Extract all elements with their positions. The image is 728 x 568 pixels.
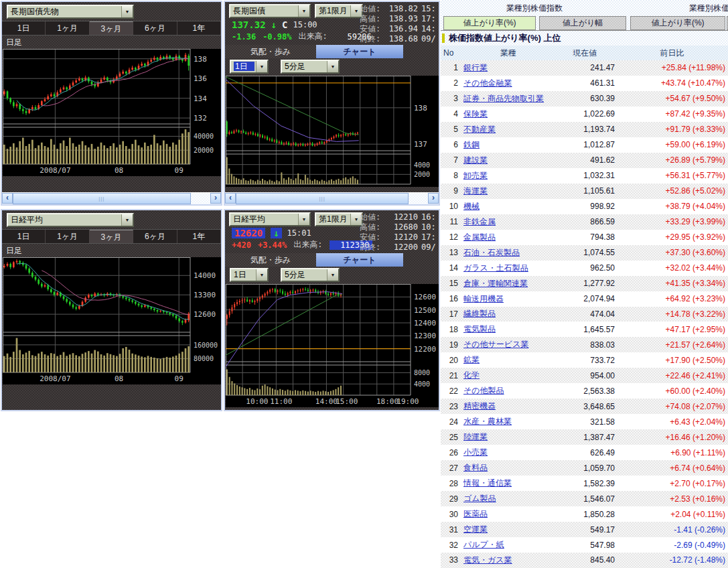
chart-hscrollbar[interactable]: ‹ ||| › <box>2 192 221 204</box>
sector-link[interactable]: 卸売業 <box>463 170 553 182</box>
chevron-down-icon[interactable]: ▼ <box>256 61 267 72</box>
sector-link[interactable]: ゴム製品 <box>463 493 553 504</box>
interval-select[interactable]: 5分足 ▼ <box>281 268 340 282</box>
period-tab-1年[interactable]: 1年 <box>177 21 221 35</box>
period-tab-3ヶ月[interactable]: 3ヶ月 <box>90 21 133 35</box>
contract-month-select[interactable]: 第1限月 ▼ <box>315 212 363 226</box>
symbol-select[interactable]: 日経平均 ▼ <box>7 213 134 227</box>
table-row: 7建設業491.62+26.89 (+5.79%) <box>441 153 728 168</box>
sector-link[interactable]: 証券・商品先物取引業 <box>463 93 553 104</box>
row-rank: 4 <box>441 109 458 119</box>
table-row: 14ガラス・土石製品962.50+32.02 (+3.44%) <box>441 261 728 276</box>
sector-link[interactable]: 情報・通信業 <box>463 478 553 489</box>
period-tab-1ヶ月[interactable]: 1ヶ月 <box>46 230 89 243</box>
chevron-down-icon[interactable]: ▼ <box>327 61 338 72</box>
row-rank: 19 <box>441 340 458 350</box>
sector-link[interactable]: ガラス・土石製品 <box>463 263 553 274</box>
chevron-down-icon[interactable]: ▼ <box>121 6 133 17</box>
symbol-select[interactable]: 長期国債 ▼ <box>229 4 311 18</box>
sector-link[interactable]: 輸送用機器 <box>463 293 553 305</box>
symbol-select[interactable]: 日経平均 ▼ <box>229 212 311 226</box>
sector-link[interactable]: 繊維製品 <box>463 308 553 320</box>
sector-link[interactable]: 倉庫・運輸関連業 <box>463 278 553 289</box>
period-select[interactable]: 1日 ▼ <box>230 60 269 74</box>
scroll-track[interactable]: ||| <box>236 193 428 204</box>
row-rank: 28 <box>441 479 458 488</box>
row-rank: 27 <box>441 464 458 473</box>
scroll-left-button[interactable]: ‹ <box>2 193 13 204</box>
sector-link[interactable]: 建設業 <box>463 155 553 166</box>
sector-link[interactable]: 機械 <box>463 201 553 212</box>
row-current-value: 954.00 <box>553 371 615 380</box>
sector-link[interactable]: 陸運業 <box>463 431 553 443</box>
sector-link[interactable]: その他サービス業 <box>463 339 553 350</box>
period-tab-1日[interactable]: 1日 <box>2 230 46 243</box>
row-current-value: 1,645.57 <box>553 325 615 334</box>
sector-link[interactable]: 非鉄金属 <box>463 216 553 228</box>
tab-chart[interactable]: チャート <box>316 253 403 267</box>
tab-quotes[interactable]: 気配・歩み <box>225 45 316 58</box>
tab-gainers-pct-secondary[interactable]: 値上がり率(%) <box>630 16 725 30</box>
symbol-select[interactable]: 長期国債先物 ▼ <box>7 5 134 19</box>
row-change: +74.08 (+2.07%) <box>615 402 728 411</box>
row-change: +91.79 (+8.33%) <box>615 125 728 134</box>
sector-link[interactable]: パルプ・紙 <box>463 539 553 551</box>
contract-month-select[interactable]: 第1限月 ▼ <box>315 4 363 18</box>
sector-link[interactable]: 電気製品 <box>463 324 553 335</box>
tab-gainers-amount[interactable]: 値上がり幅 <box>539 16 626 30</box>
sector-link[interactable]: 石油・石炭製品 <box>463 247 553 259</box>
period-tab-1年[interactable]: 1年 <box>177 230 221 243</box>
period-tab-1日[interactable]: 1日 <box>2 21 46 35</box>
sector-link[interactable]: 銀行業 <box>463 62 553 74</box>
row-change: +6.74 (+0.64%) <box>615 464 728 473</box>
interval-select[interactable]: 5分足 ▼ <box>281 60 340 74</box>
sector-link[interactable]: 小売業 <box>463 447 553 458</box>
sector-link[interactable]: 電気・ガス業 <box>463 555 553 566</box>
tab-quotes[interactable]: 気配・歩み <box>225 253 316 267</box>
svg-text:2000: 2000 <box>414 171 430 178</box>
tab-gainers-pct[interactable]: 値上がり率(%) <box>443 16 536 30</box>
price-change-pct: -0.98% <box>263 32 291 42</box>
sector-link[interactable]: その他金融業 <box>463 78 553 89</box>
period-tab-3ヶ月[interactable]: 3ヶ月 <box>90 230 133 243</box>
sector-link[interactable]: 医薬品 <box>463 508 553 520</box>
svg-text:15:00: 15:00 <box>336 397 358 406</box>
sector-link[interactable]: 鉄鋼 <box>463 139 553 151</box>
scroll-left-button[interactable]: ‹ <box>225 193 236 204</box>
chart-hscrollbar[interactable]: ‹ ||| › <box>225 192 439 204</box>
chevron-down-icon[interactable]: ▼ <box>298 214 309 225</box>
sector-link[interactable]: 保険業 <box>463 109 553 120</box>
scroll-right-button[interactable]: › <box>210 193 221 204</box>
sector-link[interactable]: 不動産業 <box>463 124 553 135</box>
chevron-down-icon[interactable]: ▼ <box>256 269 267 281</box>
sector-link[interactable]: 食料品 <box>463 462 553 474</box>
chevron-down-icon[interactable]: ▼ <box>298 5 309 17</box>
chevron-down-icon[interactable]: ▼ <box>121 214 133 226</box>
row-change: +6.90 (+1.11%) <box>615 448 728 457</box>
scroll-right-button[interactable]: › <box>428 193 439 204</box>
scroll-thumb[interactable]: ||| <box>13 193 191 204</box>
sector-link[interactable]: 精密機器 <box>463 401 553 412</box>
sector-link[interactable]: 海運業 <box>463 186 553 197</box>
sector-link[interactable]: その他製品 <box>463 385 553 397</box>
sector-link[interactable]: 鉱業 <box>463 354 553 366</box>
period-select[interactable]: 1日 ▼ <box>230 268 269 282</box>
sector-link[interactable]: 水産・農林業 <box>463 416 553 427</box>
tab-chart[interactable]: チャート <box>316 45 403 58</box>
row-rank: 18 <box>441 325 458 334</box>
row-rank: 23 <box>441 402 458 411</box>
period-tab-6ヶ月[interactable]: 6ヶ月 <box>133 230 177 243</box>
row-rank: 11 <box>441 217 458 226</box>
scroll-track[interactable]: ||| <box>13 193 210 204</box>
row-current-value: 549.17 <box>553 525 615 535</box>
sector-link[interactable]: 化学 <box>463 370 553 381</box>
chevron-down-icon[interactable]: ▼ <box>327 269 338 281</box>
period-tab-1ヶ月[interactable]: 1ヶ月 <box>46 21 89 35</box>
sector-link[interactable]: 空運業 <box>463 524 553 535</box>
quote-info-value: 12680 <box>384 222 418 232</box>
quote-info-label: 高値: <box>360 222 384 232</box>
period-tab-6ヶ月[interactable]: 6ヶ月 <box>133 21 177 35</box>
sector-link[interactable]: 金属製品 <box>463 232 553 243</box>
scroll-thumb[interactable]: ||| <box>236 193 409 204</box>
session-flag: C <box>282 19 287 30</box>
